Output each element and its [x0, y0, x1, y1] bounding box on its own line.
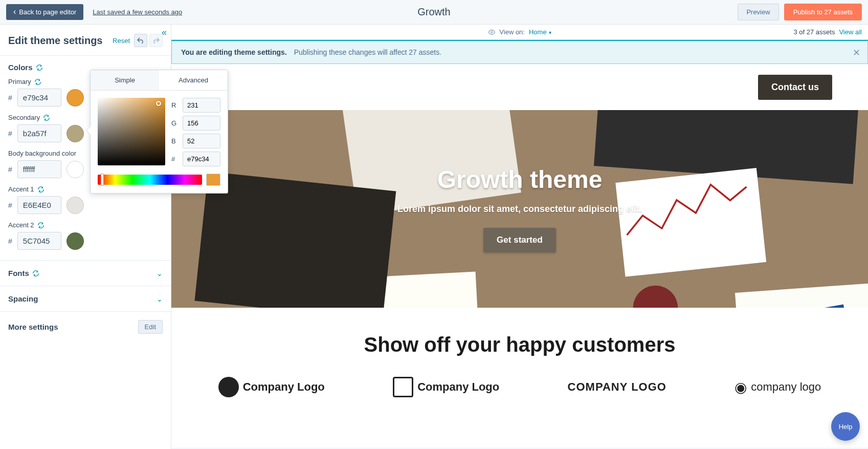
preview-button[interactable]: Preview	[738, 4, 778, 20]
sidebar-title: Edit theme settings	[8, 35, 113, 47]
banner-bold: You are editing theme settings.	[181, 48, 287, 56]
hero-content: Growth theme Lorem ipsum dolor sit amet,…	[397, 165, 642, 252]
logo-mark-icon	[393, 377, 413, 397]
picker-preview-swatch	[206, 174, 220, 186]
sidebar-header: Edit theme settings Reset	[0, 25, 171, 56]
spacing-accordion[interactable]: Spacing ⌄	[0, 286, 171, 311]
b-label: B	[171, 137, 179, 145]
close-icon[interactable]: ✕	[853, 47, 860, 58]
topbar-actions: Preview Publish to 27 assets	[738, 4, 862, 20]
picker-hex-input[interactable]	[183, 152, 220, 166]
refresh-icon	[37, 222, 44, 229]
company-logo-1: Company Logo	[218, 377, 325, 397]
page-title: Growth	[417, 6, 450, 18]
banner-text: Publishing these changes will affect 27 …	[294, 48, 441, 56]
hero-section: Growth theme Lorem ipsum dolor sit amet,…	[171, 110, 868, 308]
back-label: Back to page editor	[19, 8, 76, 16]
g-label: G	[171, 119, 179, 127]
undo-button[interactable]	[134, 34, 147, 47]
primary-hex-input[interactable]	[17, 89, 61, 106]
accent2-hex-input[interactable]	[17, 232, 61, 250]
hue-cursor[interactable]	[101, 174, 104, 186]
svg-point-0	[491, 31, 493, 33]
accent1-input-row: #	[8, 196, 163, 214]
customers-title: Show off your happy customers	[192, 333, 848, 356]
company-logo-2: Company Logo	[393, 377, 499, 397]
chevron-down-icon: ⌄	[157, 269, 163, 277]
help-button[interactable]: Help	[831, 412, 860, 441]
accent2-swatch[interactable]	[66, 232, 84, 250]
spacing-label: Spacing	[8, 294, 38, 303]
tab-advanced[interactable]: Advanced	[159, 70, 228, 90]
view-on-group: View on: Home	[488, 28, 551, 36]
publish-button[interactable]: Publish to 27 assets	[784, 4, 862, 20]
hero-subtitle: Lorem ipsum dolor sit amet, consectetur …	[397, 204, 642, 215]
view-on-label: View on:	[499, 28, 525, 36]
fonts-accordion[interactable]: Fonts ⌄	[0, 260, 171, 286]
get-started-button[interactable]: Get started	[483, 228, 556, 252]
refresh-icon	[34, 78, 41, 85]
colors-label: Colors	[8, 63, 33, 72]
info-banner: You are editing theme settings. Publishi…	[171, 40, 868, 64]
refresh-icon	[37, 186, 44, 193]
accent2-color-row: Accent 2 #	[8, 221, 163, 250]
secondary-bar: « View on: Home 3 of 27 assets View all	[171, 25, 868, 40]
asset-count: 3 of 27 assets View all	[793, 28, 862, 36]
accent2-label: Accent 2	[8, 221, 163, 229]
view-on-dropdown[interactable]: Home	[529, 28, 551, 36]
view-all-link[interactable]: View all	[839, 28, 862, 36]
rgb-inputs: R G B #	[171, 98, 220, 166]
logo-row: Company Logo Company Logo COMPANY LOGO ◉…	[192, 377, 848, 397]
hue-row	[91, 174, 228, 193]
refresh-icon	[32, 270, 39, 277]
accent1-hex-input[interactable]	[17, 196, 61, 214]
fonts-label: Fonts	[8, 269, 39, 277]
secondary-swatch[interactable]	[66, 125, 84, 142]
r-input[interactable]	[183, 98, 220, 113]
accent2-input-row: #	[8, 232, 163, 250]
hash-symbol: #	[8, 130, 12, 138]
primary-swatch[interactable]	[66, 89, 84, 106]
contact-us-button[interactable]: Contact us	[758, 75, 832, 100]
refresh-icon	[43, 114, 50, 121]
secondary-hex-input[interactable]	[17, 124, 61, 142]
color-picker-popover: Simple Advanced R G B	[90, 70, 228, 194]
accent1-swatch[interactable]	[66, 197, 84, 214]
back-to-editor-button[interactable]: Back to page editor	[6, 4, 83, 20]
sidebar: Edit theme settings Reset Colors Primary…	[0, 25, 171, 449]
b-input[interactable]	[183, 134, 220, 148]
hue-slider[interactable]	[98, 175, 202, 185]
preview-pane: Contact us Growth theme Lorem ipsum dolo…	[171, 64, 868, 447]
picker-tabs: Simple Advanced	[91, 70, 228, 91]
saturation-cursor[interactable]	[156, 101, 161, 106]
refresh-icon	[36, 64, 43, 71]
hash-symbol: #	[8, 201, 12, 209]
hero-title: Growth theme	[397, 165, 642, 194]
r-label: R	[171, 101, 179, 109]
saturation-box[interactable]	[98, 98, 165, 165]
collapse-sidebar-button[interactable]: «	[157, 26, 171, 39]
more-settings-row: More settings Edit	[0, 311, 171, 342]
hash-label: #	[171, 155, 179, 163]
edit-button[interactable]: Edit	[138, 320, 163, 334]
bodybg-swatch[interactable]	[66, 161, 84, 178]
hash-symbol: #	[8, 237, 12, 245]
flame-icon: ◉	[735, 379, 747, 396]
g-input[interactable]	[183, 116, 220, 131]
eye-icon	[488, 29, 495, 36]
last-saved-link[interactable]: Last saved a few seconds ago	[93, 8, 182, 16]
popover-arrow-icon	[86, 126, 91, 135]
chevron-left-icon	[13, 8, 16, 16]
logo-mark-icon	[218, 377, 239, 397]
tab-simple[interactable]: Simple	[91, 70, 159, 90]
hash-symbol: #	[8, 165, 12, 174]
site-header: Contact us	[171, 64, 868, 110]
company-logo-3: COMPANY LOGO	[568, 380, 666, 394]
reset-link[interactable]: Reset	[113, 37, 130, 45]
customers-section: Show off your happy customers Company Lo…	[171, 308, 868, 397]
chevron-down-icon: ⌄	[157, 295, 163, 303]
caret-down-icon	[549, 28, 551, 36]
bodybg-hex-input[interactable]	[17, 160, 61, 178]
company-logo-4: ◉ company logo	[735, 379, 821, 396]
undo-icon	[137, 37, 144, 44]
